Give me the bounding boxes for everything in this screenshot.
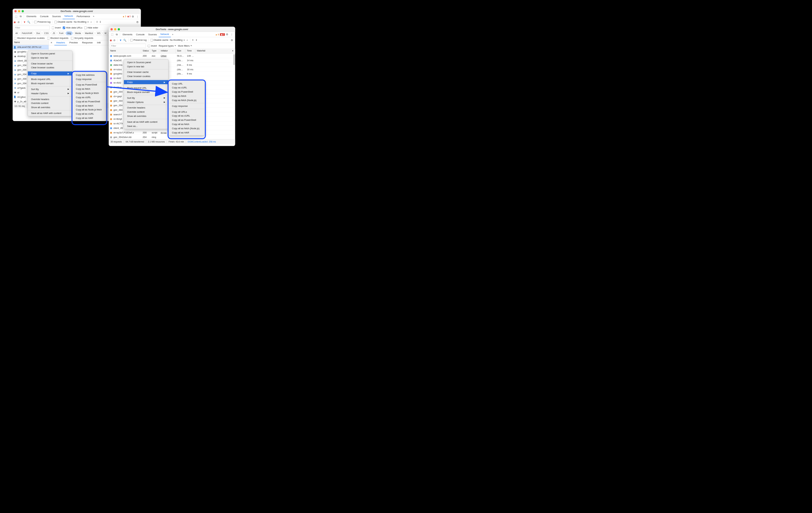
scrollbar[interactable] xyxy=(233,54,235,65)
menu-sort-by[interactable]: Sort By▶ xyxy=(28,87,72,91)
more-tabs-icon[interactable]: » xyxy=(92,15,95,18)
menu-copy-url[interactable]: Copy URL xyxy=(169,82,204,86)
download-icon[interactable]: ↧ xyxy=(196,38,197,41)
col-size[interactable]: Size xyxy=(175,49,185,53)
chip-wasm[interactable]: W xyxy=(103,31,108,35)
menu-copy-response[interactable]: Copy response xyxy=(72,77,106,81)
menu-save-har[interactable]: Save all as HAR with content xyxy=(28,111,72,115)
menu-header-options[interactable]: Header Options▶ xyxy=(124,100,168,104)
warnings-badge[interactable]: ▲ 8 xyxy=(215,33,219,36)
menu-open-in-sources[interactable]: Open in Sources panel xyxy=(28,52,72,56)
disable-cache-checkbox[interactable]: Disable cache xyxy=(54,21,72,23)
chip-media[interactable]: Media xyxy=(74,31,83,35)
name-column-header[interactable]: Name xyxy=(12,40,49,45)
kebab-icon[interactable]: ⋮ xyxy=(229,33,234,36)
errors-badge[interactable]: ◉ 3 xyxy=(127,15,130,18)
errors-badge[interactable]: ◉ 2 xyxy=(220,33,225,36)
invert-checkbox[interactable]: Invert xyxy=(52,26,61,29)
col-type[interactable]: Type xyxy=(150,49,159,53)
menu-copy-all-node-fetch[interactable]: Copy all as Node.js fetch xyxy=(72,108,106,112)
gear-icon[interactable]: ⚙ xyxy=(229,38,234,42)
menu-copy-all-fetch[interactable]: Copy all as fetch xyxy=(72,104,106,108)
tab-console[interactable]: Console xyxy=(134,32,147,37)
request-row[interactable]: ▦www.google.com200docOther56.6…149 … xyxy=(109,53,235,58)
tab-performance[interactable]: Performance xyxy=(75,14,92,19)
menu-save-har[interactable]: Save all as HAR with content xyxy=(124,120,168,124)
chip-manifest[interactable]: Manifest xyxy=(83,31,94,35)
search-icon[interactable]: 🔍 xyxy=(123,38,126,42)
blocked-requests-checkbox[interactable]: Blocked requests xyxy=(47,36,68,39)
more-filters-select[interactable]: More filters ▼ xyxy=(178,44,192,47)
chip-ws[interactable]: WS xyxy=(95,31,102,35)
throttling-select[interactable]: No throttling ▼ xyxy=(170,38,185,41)
preserve-log-checkbox[interactable]: Preserve log xyxy=(34,21,51,23)
warnings-badge[interactable]: ▲ 3 xyxy=(122,15,126,18)
request-types-select[interactable]: Request types ▼ xyxy=(158,44,176,47)
tab-sources[interactable]: Sources xyxy=(146,32,158,37)
menu-copy[interactable]: Copy▶ xyxy=(124,80,168,84)
col-name[interactable]: Name xyxy=(109,49,141,53)
wifi-icon[interactable]: ⋏ xyxy=(90,21,92,23)
invert-checkbox[interactable]: Invert xyxy=(148,44,157,47)
disable-cache-checkbox[interactable]: Disable cache xyxy=(150,38,169,41)
col-initiator[interactable]: Initiator xyxy=(159,49,175,53)
menu-override-content[interactable]: Override content xyxy=(124,110,168,114)
filter-icon[interactable]: ▼ xyxy=(119,38,122,42)
record-icon[interactable]: ◉ xyxy=(110,38,112,42)
chip-all[interactable]: All xyxy=(13,31,19,35)
device-icon[interactable]: ⧉ xyxy=(115,33,119,36)
menu-copy-all-fetch-node[interactable]: Copy all as fetch (Node.js) xyxy=(169,126,204,131)
search-icon[interactable]: 🔍 xyxy=(27,20,30,23)
inspect-icon[interactable]: ⬚ xyxy=(110,33,115,36)
tab-network[interactable]: Network xyxy=(62,14,75,19)
menu-override-content[interactable]: Override content xyxy=(28,101,72,105)
menu-block-url[interactable]: Block request URL xyxy=(124,86,168,90)
menu-copy-fetch[interactable]: Copy as fetch xyxy=(72,87,106,91)
menu-copy-curl[interactable]: Copy as cURL xyxy=(72,95,106,100)
blocked-cookies-checkbox[interactable]: Blocked response cookies xyxy=(14,36,45,39)
device-icon[interactable]: ⧉ xyxy=(19,15,23,18)
menu-copy-fetch-node[interactable]: Copy as fetch (Node.js) xyxy=(169,98,204,102)
menu-open-in-new-tab[interactable]: Open in new tab xyxy=(124,64,168,69)
clear-icon[interactable]: ⊘ xyxy=(113,38,116,42)
preserve-log-checkbox[interactable]: Preserve log xyxy=(130,38,147,41)
gear-icon[interactable]: ⚙ xyxy=(135,20,140,23)
menu-header-options[interactable]: Header Options▶ xyxy=(28,91,72,96)
menu-show-overrides[interactable]: Show all overrides xyxy=(28,105,72,109)
gear-icon[interactable]: ⚙ xyxy=(130,15,135,18)
wifi-icon[interactable]: ⋏ xyxy=(186,38,188,41)
menu-block-domain[interactable]: Block request domain xyxy=(124,90,168,94)
menu-show-overrides[interactable]: Show all overrides xyxy=(124,114,168,118)
third-party-checkbox[interactable]: 3rd-party requests xyxy=(71,36,93,39)
menu-open-in-sources[interactable]: Open in Sources panel xyxy=(124,60,168,64)
throttling-select[interactable]: No throttling ▼ xyxy=(74,21,89,23)
menu-copy-all-urls[interactable]: Copy all URLs xyxy=(169,110,204,114)
menu-save-as[interactable]: Save as... xyxy=(124,124,168,128)
chip-img[interactable]: Img xyxy=(66,31,72,35)
menu-copy-all-fetch[interactable]: Copy all as fetch xyxy=(169,122,204,126)
upload-icon[interactable]: ↥ xyxy=(192,38,194,41)
close-icon[interactable]: ✕ xyxy=(50,42,54,44)
chip-fetch[interactable]: Fetch/XHR xyxy=(20,31,34,35)
tab-elements[interactable]: Elements xyxy=(121,32,134,37)
tab-elements[interactable]: Elements xyxy=(25,14,38,19)
menu-copy-powershell[interactable]: Copy as PowerShell xyxy=(72,83,106,87)
hide-extensions-checkbox[interactable]: Hide exter xyxy=(84,26,98,29)
hide-data-urls-checkbox[interactable]: Hide data URLs xyxy=(62,26,82,29)
menu-copy[interactable]: Copy▶ xyxy=(28,71,72,76)
menu-copy-response[interactable]: Copy response xyxy=(169,104,204,108)
menu-override-headers[interactable]: Override headers xyxy=(124,106,168,110)
tab-initiator[interactable]: Initi xyxy=(95,40,102,45)
menu-copy-fetch[interactable]: Copy as fetch xyxy=(169,94,204,98)
menu-copy-node-fetch[interactable]: Copy as Node.js fetch xyxy=(72,91,106,95)
menu-copy-powershell[interactable]: Copy as PowerShell xyxy=(169,90,204,94)
menu-open-in-new-tab[interactable]: Open in new tab xyxy=(28,56,72,60)
chip-js[interactable]: JS xyxy=(51,31,57,35)
menu-copy-all-curl[interactable]: Copy all as cURL xyxy=(169,114,204,118)
menu-copy-curl[interactable]: Copy as cURL xyxy=(169,85,204,90)
col-status[interactable]: Status xyxy=(141,49,150,53)
clear-icon[interactable]: ⊘ xyxy=(18,20,20,23)
chip-css[interactable]: CSS xyxy=(42,31,50,35)
chip-doc[interactable]: Doc xyxy=(35,31,42,35)
menu-clear-cache[interactable]: Clear browser cache xyxy=(124,70,168,75)
